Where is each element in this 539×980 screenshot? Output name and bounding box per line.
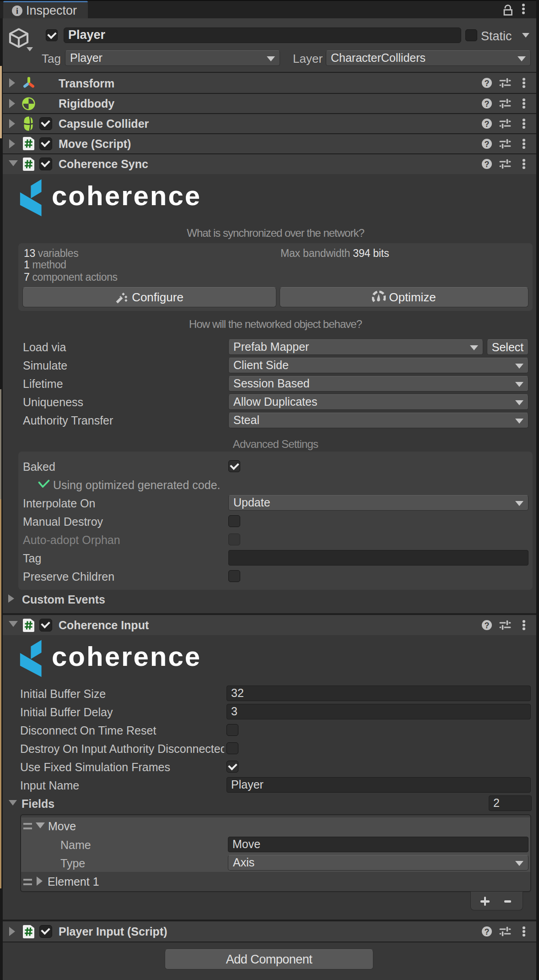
svg-text:?: ? [485,160,490,169]
svg-text:?: ? [485,99,490,109]
svg-text:?: ? [485,79,490,88]
svg-text:?: ? [485,927,490,936]
svg-text:?: ? [485,120,490,129]
svg-text:?: ? [485,621,490,630]
svg-text:?: ? [485,140,490,149]
